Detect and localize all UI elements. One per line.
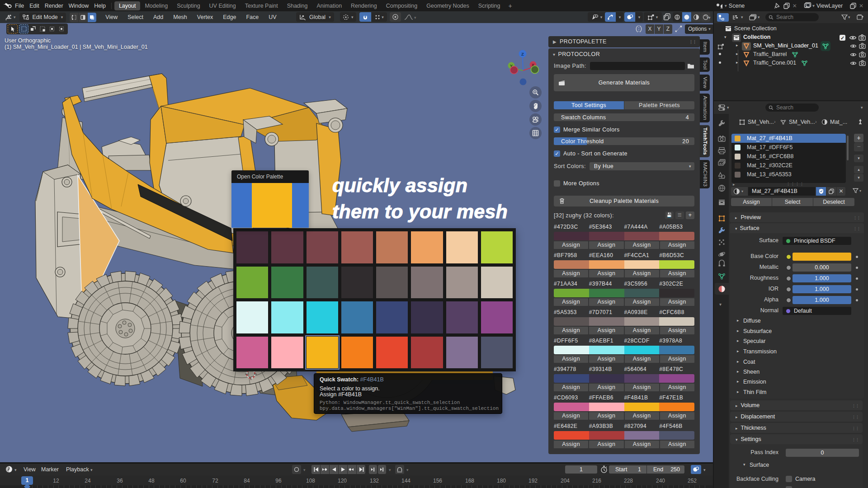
svg-text:Z: Z <box>521 52 524 56</box>
